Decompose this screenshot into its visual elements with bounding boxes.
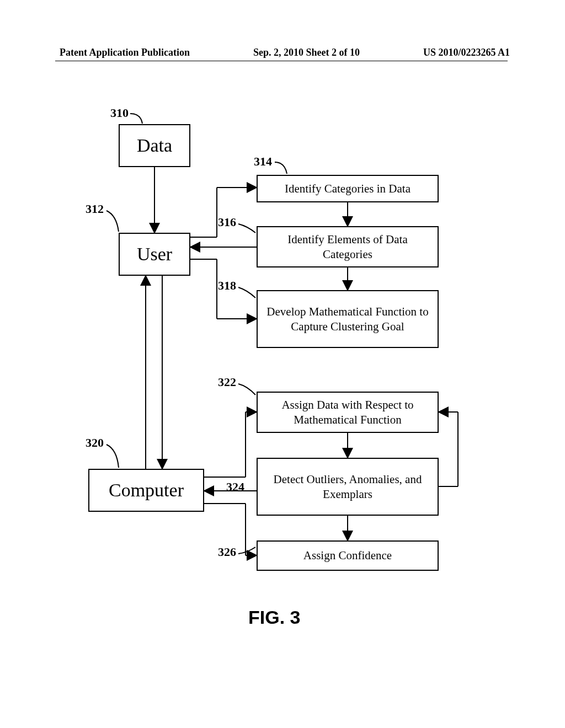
header-right: US 2010/0223265 A1 [423, 47, 510, 58]
diagram: Data User Computer Identify Categories i… [0, 83, 565, 662]
connectors [0, 83, 565, 662]
header-left: Patent Application Publication [60, 47, 190, 58]
header-center: Sep. 2, 2010 Sheet 2 of 10 [253, 47, 360, 58]
header-rule [55, 61, 508, 61]
